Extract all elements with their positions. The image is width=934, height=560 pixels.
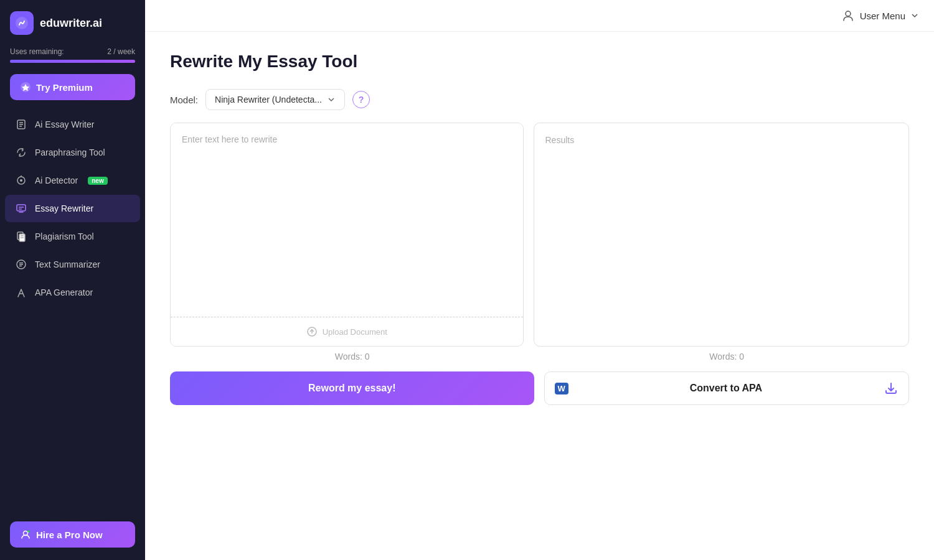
summarizer-icon bbox=[15, 258, 27, 271]
sidebar-item-ai-detector[interactable]: Ai Detector new bbox=[5, 167, 140, 194]
model-selected-value: Ninja Rewriter (Undetecta... bbox=[215, 95, 322, 105]
reword-button[interactable]: Reword my essay! bbox=[170, 371, 534, 405]
help-button[interactable]: ? bbox=[352, 91, 370, 108]
user-icon bbox=[841, 9, 855, 22]
model-chevron-icon bbox=[327, 95, 336, 104]
content: Rewrite My Essay Tool Model: Ninja Rewri… bbox=[145, 32, 934, 560]
svg-point-8 bbox=[20, 179, 22, 182]
usage-bar-fill bbox=[10, 60, 135, 63]
editor-area: Upload Document Results bbox=[170, 123, 909, 347]
reword-label: Reword my essay! bbox=[308, 383, 396, 393]
model-label: Model: bbox=[170, 95, 198, 105]
words-row: Words: 0 Words: 0 bbox=[170, 352, 909, 362]
sidebar-label-ai-essay-writer: Ai Essay Writer bbox=[35, 119, 94, 129]
sidebar-item-plagiarism-tool[interactable]: Plagiarism Tool bbox=[5, 223, 140, 250]
new-badge: new bbox=[88, 177, 107, 185]
sidebar: eduwriter.ai Uses remaining: 2 / week Tr… bbox=[0, 0, 145, 560]
results-label: Results bbox=[545, 135, 575, 145]
hire-pro-icon: + bbox=[20, 529, 31, 540]
svg-text:+: + bbox=[28, 531, 29, 533]
results-panel: Results bbox=[534, 123, 910, 347]
usage-bar-background bbox=[10, 60, 135, 63]
convert-apa-label: Convert to APA bbox=[690, 383, 762, 394]
user-menu-label: User Menu bbox=[860, 11, 905, 21]
page-title: Rewrite My Essay Tool bbox=[170, 52, 909, 72]
apa-icon bbox=[15, 286, 27, 299]
hire-pro-label: Hire a Pro Now bbox=[36, 530, 103, 540]
input-words-count: Words: 0 bbox=[170, 352, 535, 362]
help-label: ? bbox=[359, 95, 364, 105]
usage-label: Uses remaining: 2 / week bbox=[10, 47, 135, 56]
sidebar-item-ai-essay-writer[interactable]: Ai Essay Writer bbox=[5, 111, 140, 138]
upload-icon bbox=[306, 326, 318, 337]
sidebar-label-apa-generator: APA Generator bbox=[35, 287, 93, 297]
usage-value: 2 / week bbox=[107, 47, 135, 56]
sidebar-label-paraphrasing-tool: Paraphrasing Tool bbox=[35, 147, 105, 157]
word-icon: W bbox=[555, 383, 568, 394]
chevron-down-icon bbox=[910, 11, 919, 20]
main-area: User Menu Rewrite My Essay Tool Model: N… bbox=[145, 0, 934, 560]
upload-label: Upload Document bbox=[323, 327, 387, 337]
user-menu-button[interactable]: User Menu bbox=[841, 9, 919, 22]
input-panel: Upload Document bbox=[170, 123, 524, 347]
detector-icon bbox=[15, 174, 27, 187]
essay-input[interactable] bbox=[171, 123, 523, 317]
logo-area: eduwriter.ai bbox=[0, 0, 145, 44]
upload-document-button[interactable]: Upload Document bbox=[171, 317, 523, 346]
sidebar-item-apa-generator[interactable]: APA Generator bbox=[5, 279, 140, 306]
output-words-count: Words: 0 bbox=[545, 352, 910, 362]
usage-area: Uses remaining: 2 / week bbox=[0, 44, 145, 69]
convert-apa-button[interactable]: W Convert to APA bbox=[544, 371, 910, 405]
paraphrase-icon bbox=[15, 146, 27, 159]
model-row: Model: Ninja Rewriter (Undetecta... ? bbox=[170, 89, 909, 110]
sidebar-item-text-summarizer[interactable]: Text Summarizer bbox=[5, 251, 140, 278]
sidebar-item-essay-rewriter[interactable]: Essay Rewriter bbox=[5, 195, 140, 222]
try-premium-button[interactable]: Try Premium bbox=[10, 74, 135, 100]
sidebar-label-text-summarizer: Text Summarizer bbox=[35, 259, 100, 269]
svg-rect-10 bbox=[17, 205, 26, 211]
sidebar-label-essay-rewriter: Essay Rewriter bbox=[35, 203, 93, 213]
usage-label-text: Uses remaining: bbox=[10, 47, 64, 56]
action-row: Reword my essay! W Convert to APA bbox=[170, 371, 909, 405]
plagiarism-icon bbox=[15, 230, 27, 243]
top-bar: User Menu bbox=[145, 0, 934, 32]
logo-icon bbox=[10, 11, 34, 35]
premium-icon bbox=[20, 82, 31, 93]
svg-point-25 bbox=[846, 11, 851, 16]
hire-pro-button[interactable]: + Hire a Pro Now bbox=[10, 521, 135, 548]
try-premium-label: Try Premium bbox=[36, 82, 93, 93]
download-icon bbox=[884, 381, 899, 396]
sidebar-item-paraphrasing-tool[interactable]: Paraphrasing Tool bbox=[5, 139, 140, 166]
model-select-button[interactable]: Ninja Rewriter (Undetecta... bbox=[205, 89, 345, 110]
nav-list: Ai Essay Writer Paraphrasing Tool Ai Det… bbox=[0, 110, 145, 307]
rewriter-icon bbox=[15, 202, 27, 215]
sidebar-label-ai-detector: Ai Detector bbox=[35, 175, 78, 185]
logo-text: eduwriter.ai bbox=[40, 17, 102, 30]
sidebar-label-plagiarism-tool: Plagiarism Tool bbox=[35, 231, 94, 241]
essay-icon bbox=[15, 118, 27, 131]
